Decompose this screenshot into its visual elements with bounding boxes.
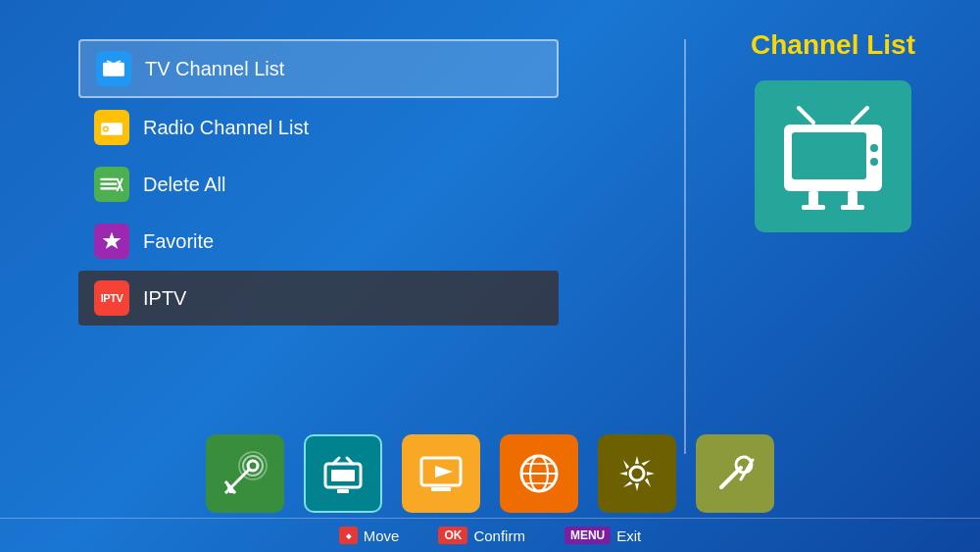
svg-rect-7	[112, 128, 121, 130]
svg-rect-0	[103, 63, 124, 76]
ok-badge: OK	[438, 527, 467, 544]
menu-badge: MENU	[564, 527, 611, 544]
tv-channel-icon	[96, 51, 131, 86]
favorite-icon	[94, 224, 129, 259]
menu-list: TV Channel List Radio Channel List	[78, 39, 559, 327]
svg-rect-6	[112, 125, 121, 127]
svg-rect-24	[841, 205, 864, 210]
menu-item-iptv[interactable]: IPTV IPTV	[78, 271, 559, 326]
svg-line-2	[116, 61, 121, 63]
svg-rect-35	[337, 489, 349, 493]
svg-rect-18	[792, 132, 866, 179]
move-badge: ⬥	[339, 527, 358, 544]
right-panel: Channel List	[725, 20, 941, 474]
svg-line-16	[853, 108, 867, 123]
menu-item-radio-channel-list[interactable]: Radio Channel List	[78, 100, 559, 155]
svg-rect-34	[331, 470, 355, 481]
menu-item-tv-channel-list[interactable]: TV Channel List	[78, 39, 559, 98]
status-bar: ⬥ Move OK Confirm MENU Exit	[0, 518, 980, 552]
svg-point-44	[630, 467, 644, 480]
channel-list-title: Channel List	[751, 29, 915, 61]
favorite-label: Favorite	[143, 230, 214, 253]
exit-label: Exit	[616, 527, 641, 544]
iptv-icon: IPTV	[94, 280, 129, 316]
move-label: Move	[364, 527, 400, 544]
svg-point-25	[248, 461, 258, 471]
svg-rect-10	[100, 182, 117, 184]
tv-channel-list-label: TV Channel List	[145, 58, 284, 80]
svg-rect-11	[100, 187, 117, 189]
svg-line-1	[107, 61, 112, 63]
svg-rect-23	[802, 205, 825, 210]
tv-icon-box	[755, 80, 911, 232]
satellite-button[interactable]	[206, 434, 284, 513]
confirm-status: OK Confirm	[438, 527, 525, 544]
svg-point-19	[870, 144, 878, 152]
svg-rect-9	[100, 178, 117, 180]
radio-channel-icon	[94, 110, 129, 145]
svg-point-20	[870, 158, 878, 166]
svg-rect-8	[112, 131, 117, 133]
iptv-label: IPTV	[143, 287, 186, 310]
panel-divider	[684, 39, 686, 454]
svg-point-5	[104, 127, 107, 130]
tv-graphic	[774, 98, 892, 216]
delete-all-icon	[94, 167, 129, 202]
svg-marker-37	[435, 466, 453, 477]
move-status: ⬥ Move	[339, 527, 400, 544]
menu-item-favorite[interactable]: Favorite	[78, 214, 559, 269]
svg-rect-22	[848, 191, 858, 207]
confirm-label: Confirm	[473, 527, 525, 544]
tv-list-button[interactable]	[304, 434, 382, 513]
settings-button[interactable]	[598, 434, 676, 513]
svg-line-15	[799, 108, 813, 123]
delete-all-label: Delete All	[143, 174, 226, 196]
exit-status: MENU Exit	[564, 527, 641, 544]
radio-channel-list-label: Radio Channel List	[143, 117, 309, 139]
globe-button[interactable]	[500, 434, 578, 513]
left-panel: TV Channel List Radio Channel List	[78, 20, 645, 474]
tools-button[interactable]	[696, 434, 774, 513]
svg-rect-38	[431, 487, 451, 491]
bottom-toolbar	[0, 434, 980, 513]
menu-item-delete-all[interactable]: Delete All	[78, 157, 559, 212]
svg-rect-21	[808, 191, 818, 207]
svg-marker-14	[103, 232, 122, 249]
media-button[interactable]	[402, 434, 480, 513]
